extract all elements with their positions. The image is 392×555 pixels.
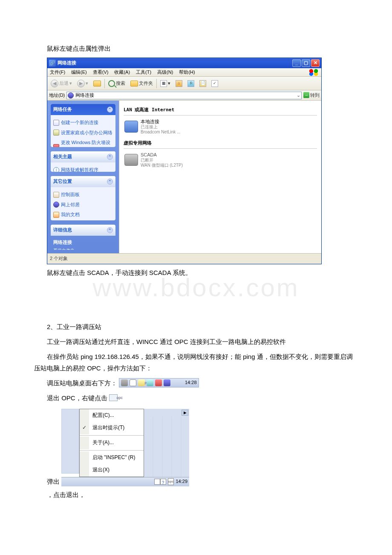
system-tray: opc 14:28 [119,378,199,387]
separator [80,435,144,436]
firewall-link[interactable]: 更改 Windows 防火墙设置 [53,138,113,147]
home-icon: ⌂ [176,80,182,87]
vpn-device: WAN 微型端口 (L2TP) [141,163,183,168]
taskbar-tray: ? opc 14:29 [61,477,189,486]
address-label: 地址(D) [49,91,65,100]
panel-header[interactable]: 相关主题 ⌃ [51,151,115,162]
menu-configure[interactable]: 配置(C)... [89,409,118,422]
lan-device: Broadcom NetLink ... [141,130,180,135]
my-documents-link[interactable]: 我的文档 [53,210,113,220]
details-type: 系统文件夹 [53,247,113,250]
close-button[interactable]: ✕ [311,59,320,67]
details-name: 网络连接 [53,238,113,247]
home-network-icon [53,130,59,136]
lan-connection-item[interactable]: 本地连接 已连接上 Broadcom NetLink ... [124,117,317,136]
tool-icon-3[interactable]: 📄 [198,78,208,89]
lan-name: 本地连接 [141,119,180,124]
collapse-icon: ⌃ [107,179,113,185]
opc-tray-icon[interactable]: opc [168,478,174,485]
menu-start-inspec[interactable]: 启动 "INSPEC" (R) [89,451,139,464]
panel-header[interactable]: 网络任务 ⌃ [51,104,115,115]
after-window-line: 鼠标左键点击 SCADA，手动连接到 SCADA 系统。 [34,267,358,278]
check-mark-icon: ✓ [80,422,89,434]
left-strip [61,409,79,474]
section-2-p1: 工业一路调压站通过光纤直连，WINCC 通过 OPC 连接到工业一路电脑上的易控… [34,336,358,347]
menu-bar: 文件(F) 编辑(E) 查看(V) 收藏(A) 工具(T) 高级(N) 帮助(H… [47,68,321,77]
tray-time: 14:28 [172,379,197,387]
vpn-icon [124,154,138,166]
intro-line: 鼠标左键点击属性弹出 [34,43,358,54]
control-panel-icon [53,192,59,198]
menu-edit[interactable]: 编辑(E) [70,68,88,77]
scada-connection-item[interactable]: SCADA 已断开 WAN 微型端口 (L2TP) [124,150,317,170]
forward-button[interactable]: ▶ ▾ [75,78,90,89]
documents-icon [53,212,59,218]
maximize-button[interactable]: ▢ [302,59,310,67]
right-panel: ▶ [144,409,189,477]
menu-about[interactable]: 关于(A)... [89,436,117,449]
back-button[interactable]: ◀ 后退 ▾ [49,78,74,89]
minimize-button[interactable]: _ [292,59,301,67]
up-folder-icon [93,81,101,87]
tray-icon[interactable] [155,379,162,386]
collapse-icon: ⌃ [107,154,113,160]
back-arrow-icon: ◀ [51,80,58,87]
go-button[interactable]: → 转到 [303,91,320,100]
toolbar: ◀ 后退 ▾ ▶ ▾ 搜索 文件夹 ▦▾ ⌂ ⎘ 📄 ✓ [47,77,321,90]
ime-icon[interactable] [154,479,160,485]
popup-label: 弹出 [34,476,60,489]
dropdown-icon: ▾ [86,79,88,88]
up-button[interactable] [92,78,103,89]
tray-icon[interactable] [164,379,170,386]
create-connection-link[interactable]: 创建一个新的连接 [53,118,113,128]
section-2-p2: 在操作员站 ping 192.168.126.45，如果不通，说明网线没有接好；… [34,351,358,374]
network-tasks-panel: 网络任务 ⌃ 创建一个新的连接 设置家庭或小型办公网络 更改 Windows 防… [51,104,115,147]
dropdown-icon[interactable]: ⌄ [297,91,300,100]
tray-icon[interactable] [147,379,153,386]
tray-icon[interactable] [121,379,128,386]
separator [80,450,144,451]
context-menu: 配置(C)... ✓ 退出时提示(T) 关于(A)... 启动 "INSPE [79,409,144,477]
tool-icon-4[interactable]: ✓ [210,78,220,89]
scroll-arrow-icon[interactable]: ▶ [182,410,188,416]
tool-icon-2[interactable]: ⎘ [186,78,196,89]
section-2-title: 2、工业一路调压站 [34,321,358,332]
info-icon: i [53,167,59,172]
control-panel-link[interactable]: 控制面板 [53,190,113,200]
windows-logo-icon [308,69,320,76]
firewall-icon [53,144,59,147]
panel-header[interactable]: 其它位置 ⌃ [51,176,115,187]
address-input[interactable]: 网络连接 ⌄ [66,92,302,99]
panel-header[interactable]: 详细信息 ⌃ [51,225,115,236]
menu-favorites[interactable]: 收藏(A) [113,68,131,77]
status-bar: 2 个对象 [47,253,321,264]
titlebar[interactable]: 🔗 网络连接 _ ▢ ✕ [47,58,321,68]
tray-icon[interactable] [138,379,145,386]
menu-prompt-on-exit[interactable]: 退出时提示(T) [89,422,128,434]
setup-network-link[interactable]: 设置家庭或小型办公网络 [53,128,113,138]
window-icon: 🔗 [49,60,56,66]
toolbar-divider [104,79,105,88]
address-path: 网络连接 [75,91,94,100]
menu-tools[interactable]: 工具(T) [135,68,152,77]
folders-button[interactable]: 文件夹 [129,78,155,89]
toolbar-divider [156,79,157,88]
search-button[interactable]: 搜索 [107,78,127,89]
views-button[interactable]: ▦▾ [159,78,172,89]
content-area: LAN 或高速 Internet 本地连接 已连接上 Broadcom NetL… [119,101,321,253]
paste-icon: 📄 [199,80,206,87]
network-places-link[interactable]: 网上邻居 [53,200,113,210]
troubleshoot-link[interactable]: i网络疑难解答程序 [53,165,113,172]
menu-view[interactable]: 查看(V) [92,68,110,77]
opc-icon[interactable]: opc [109,394,118,401]
menu-file[interactable]: 文件(F) [49,68,66,77]
my-computer-link[interactable]: 我的电脑 [53,220,113,220]
menu-advanced[interactable]: 高级(N) [156,68,174,77]
copy-icon: ⎘ [187,80,194,87]
menu-help[interactable]: 帮助(H) [178,68,196,77]
opc-tray-icon[interactable]: opc [130,379,136,386]
tool-icon-1[interactable]: ⌂ [174,78,184,89]
network-places-icon [53,202,59,208]
menu-exit[interactable]: 退出(X) [89,464,113,477]
help-icon[interactable]: ? [160,479,166,485]
